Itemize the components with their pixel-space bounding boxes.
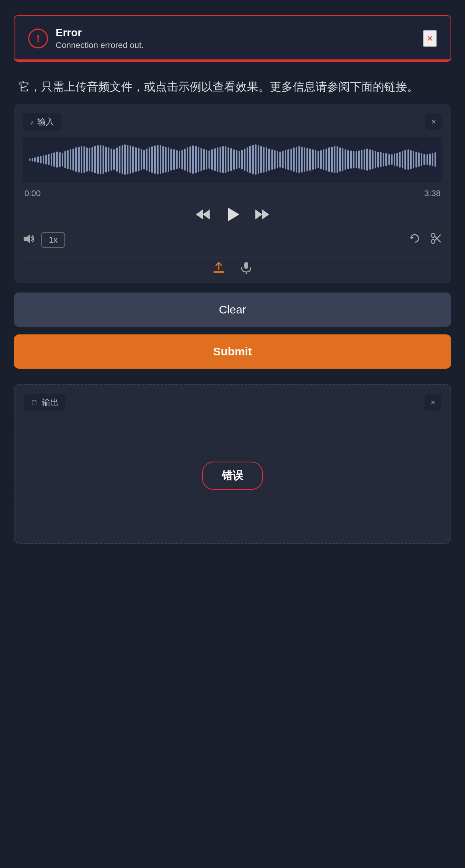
cut-button[interactable] <box>430 232 442 248</box>
error-progress-bar <box>14 59 451 61</box>
page-wrapper: ! Error Connection errored out. × 它，只需上传… <box>0 15 465 544</box>
svg-marker-6 <box>411 236 414 239</box>
svg-marker-1 <box>203 209 210 219</box>
fastforward-button[interactable] <box>255 209 270 220</box>
bottom-controls: 1x <box>23 232 442 248</box>
output-card: 🗋 输出 × 错误 <box>14 384 451 544</box>
svg-marker-5 <box>24 235 30 243</box>
input-label: ♪ 输入 <box>23 113 61 131</box>
output-body: 错误 <box>24 417 441 534</box>
error-text-block: Error Connection errored out. <box>56 27 144 50</box>
svg-marker-4 <box>262 209 269 219</box>
speed-badge[interactable]: 1x <box>41 232 65 248</box>
error-close-button[interactable]: × <box>423 30 437 47</box>
audio-input-card: ♪ 输入 × 0:00 3:38 <box>14 104 451 283</box>
output-label-text: 输出 <box>42 397 59 408</box>
input-close-button[interactable]: × <box>425 113 442 130</box>
error-badge: 错误 <box>202 462 263 490</box>
svg-marker-3 <box>255 209 262 219</box>
svg-rect-11 <box>213 271 224 273</box>
error-banner: ! Error Connection errored out. × <box>14 15 451 62</box>
error-banner-left: ! Error Connection errored out. <box>28 27 144 50</box>
play-button[interactable] <box>224 206 241 223</box>
time-row: 0:00 3:38 <box>23 189 442 198</box>
clear-button[interactable]: Clear <box>14 293 451 327</box>
bottom-right <box>409 232 442 248</box>
main-container: ♪ 输入 × 0:00 3:38 <box>0 104 465 544</box>
output-label: 🗋 输出 <box>24 394 66 411</box>
bottom-left: 1x <box>23 232 65 248</box>
reset-button[interactable] <box>409 232 421 248</box>
svg-rect-12 <box>244 262 248 269</box>
upload-button[interactable] <box>212 261 226 274</box>
svg-marker-0 <box>196 209 203 219</box>
input-label-text: 输入 <box>37 116 54 128</box>
error-message: Connection errored out. <box>56 40 144 50</box>
time-start: 0:00 <box>24 189 41 198</box>
rewind-button[interactable] <box>195 209 210 220</box>
record-button[interactable] <box>239 261 253 274</box>
time-end: 3:38 <box>424 189 441 198</box>
svg-point-7 <box>431 240 435 243</box>
volume-button[interactable] <box>23 233 35 247</box>
upload-record-row <box>23 257 442 274</box>
svg-marker-2 <box>228 208 239 221</box>
card-header: ♪ 输入 × <box>23 113 442 131</box>
music-icon: ♪ <box>30 118 34 126</box>
playback-controls <box>23 206 442 223</box>
error-title: Error <box>56 27 144 39</box>
submit-button[interactable]: Submit <box>14 334 451 369</box>
output-card-header: 🗋 输出 × <box>24 394 441 411</box>
svg-point-8 <box>431 233 435 237</box>
description-text: 它，只需上传音频文件，或点击示例以查看效果。更多信息请参阅下面的链接。 <box>0 62 465 104</box>
waveform-display <box>23 137 442 182</box>
output-close-button[interactable]: × <box>425 394 441 411</box>
error-icon: ! <box>28 29 48 48</box>
file-icon: 🗋 <box>30 398 38 407</box>
